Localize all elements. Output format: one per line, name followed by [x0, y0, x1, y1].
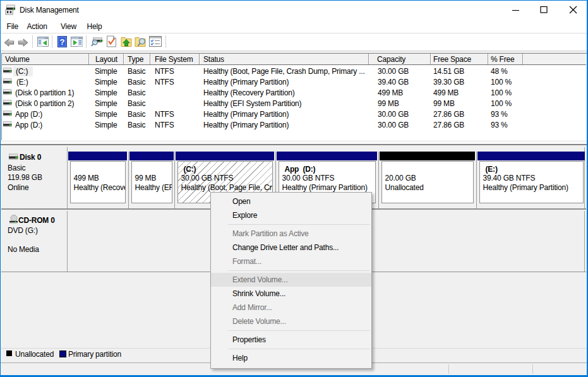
svg-text:?: ? — [60, 37, 65, 47]
